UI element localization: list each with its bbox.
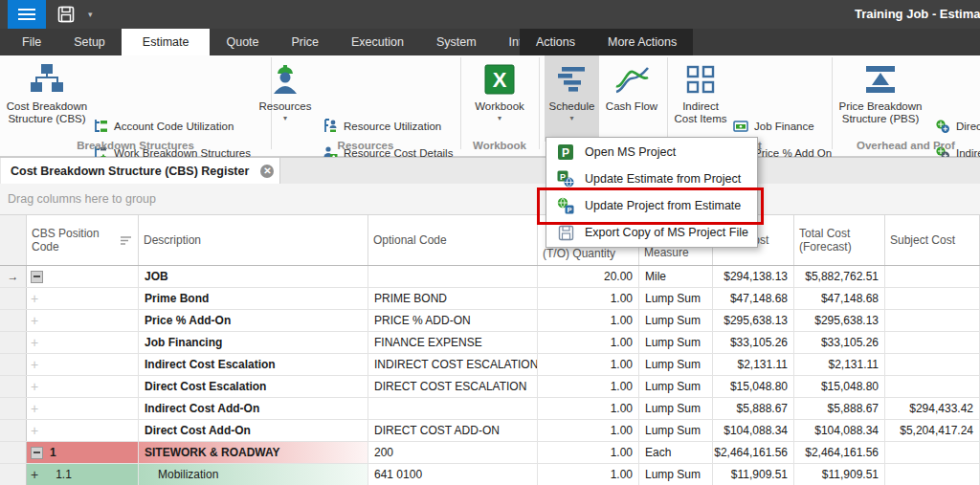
- grid-cell[interactable]: Direct Cost Escalation: [139, 376, 368, 397]
- grid-cell[interactable]: Each: [639, 442, 713, 463]
- grid-cell[interactable]: Indirect Cost Escalation: [139, 354, 368, 375]
- grid-cell[interactable]: $15,048.80: [794, 376, 885, 397]
- grid-cell[interactable]: [368, 398, 538, 419]
- grid-cell[interactable]: Job Financing: [139, 332, 368, 353]
- grid-cell[interactable]: [368, 266, 538, 287]
- grid-cell[interactable]: Price % Add-On: [139, 310, 368, 331]
- grid-cell[interactable]: $295,638.13: [794, 310, 885, 331]
- grid-cell[interactable]: 20.00: [538, 266, 639, 287]
- schedule-button[interactable]: Schedule ▾: [545, 55, 599, 142]
- grid-cell[interactable]: 641 0100: [368, 464, 538, 485]
- grid-cell[interactable]: Lump Sum: [639, 310, 713, 331]
- tab-actions[interactable]: Actions: [520, 29, 591, 55]
- column-header-subject-cost[interactable]: Subject Cost: [885, 215, 980, 265]
- grid-cell[interactable]: +: [27, 376, 139, 397]
- grid-cell[interactable]: $47,148.68: [713, 288, 794, 309]
- grid-cell[interactable]: Mobilization: [139, 464, 368, 485]
- tab-file[interactable]: File: [6, 29, 57, 55]
- grid-cell[interactable]: 1.00: [538, 332, 639, 353]
- hamburger-menu-button[interactable]: [8, 0, 46, 29]
- grid-cell[interactable]: [885, 310, 980, 331]
- menu-item-open-ms-project[interactable]: P Open MS Project: [546, 139, 757, 165]
- grid-cell[interactable]: DIRECT COST ESCALATION: [368, 376, 538, 397]
- grid-cell[interactable]: 1.00: [538, 288, 639, 309]
- grid-cell[interactable]: FINANCE EXPENSE: [368, 332, 538, 353]
- grid-cell[interactable]: $104,088.34: [794, 420, 885, 441]
- expand-icon[interactable]: +: [31, 423, 38, 438]
- grid-cell[interactable]: $295,638.13: [713, 310, 794, 331]
- workbook-button[interactable]: X Workbook ▾: [465, 55, 534, 142]
- grid-cell[interactable]: [885, 464, 980, 485]
- menu-item-update-estimate-from-project[interactable]: P Update Estimate from Project: [546, 165, 757, 192]
- grid-cell[interactable]: $104,088.34: [713, 420, 794, 441]
- grid-cell[interactable]: INDIRECT COST ESCALATION: [368, 354, 538, 375]
- grid-cell[interactable]: +: [27, 288, 139, 309]
- grid-cell[interactable]: $5,888.67: [794, 398, 885, 419]
- collapse-icon[interactable]: [31, 447, 43, 459]
- grid-cell[interactable]: 1: [27, 442, 139, 463]
- direct-button[interactable]: Direct: [935, 116, 980, 137]
- grid-cell[interactable]: PRICE % ADD-ON: [368, 310, 538, 331]
- grid-cell[interactable]: 200: [368, 442, 538, 463]
- tab-close-icon[interactable]: ✕: [260, 165, 274, 178]
- grid-cell[interactable]: 1.00: [538, 376, 639, 397]
- grid-cell[interactable]: $11,909.51: [794, 464, 885, 485]
- grid-cell[interactable]: DIRECT COST ADD-ON: [368, 420, 538, 441]
- grid-cell[interactable]: $2,464,161.56: [713, 442, 794, 463]
- expand-icon[interactable]: +: [31, 335, 38, 350]
- job-finance-button[interactable]: Job Finance: [733, 116, 814, 137]
- grid-cell[interactable]: +1.1: [27, 464, 139, 485]
- expand-icon[interactable]: +: [31, 467, 38, 482]
- tab-execution[interactable]: Execution: [335, 29, 420, 55]
- tab-price[interactable]: Price: [276, 29, 335, 55]
- grid-cell[interactable]: [885, 354, 980, 375]
- tab-system[interactable]: System: [420, 29, 493, 55]
- grid-cell[interactable]: [27, 266, 139, 287]
- group-by-band[interactable]: Drag columns here to group: [0, 184, 980, 215]
- grid-cell[interactable]: 1.00: [538, 464, 639, 485]
- menu-item-export-copy-ms-project[interactable]: Export Copy of MS Project File: [546, 219, 757, 246]
- tab-quote[interactable]: Quote: [210, 29, 275, 55]
- grid-cell[interactable]: [885, 332, 980, 353]
- grid-cell[interactable]: $2,131.11: [794, 354, 885, 375]
- grid-cell[interactable]: $5,882,762.51: [794, 266, 885, 287]
- tab-setup[interactable]: Setup: [57, 29, 122, 55]
- grid-cell[interactable]: JOB: [139, 266, 368, 287]
- grid-cell[interactable]: Mile: [639, 266, 713, 287]
- grid-cell[interactable]: $2,464,161.56: [794, 442, 885, 463]
- column-header-optional-code[interactable]: Optional Code: [368, 215, 538, 265]
- cash-flow-button[interactable]: Cash Flow: [600, 55, 663, 142]
- grid-cell[interactable]: [885, 288, 980, 309]
- sort-icon[interactable]: [120, 235, 133, 246]
- grid-cell[interactable]: 1.00: [538, 420, 639, 441]
- grid-cell[interactable]: 1.00: [538, 354, 639, 375]
- grid-cell[interactable]: Lump Sum: [639, 354, 713, 375]
- grid-cell[interactable]: Lump Sum: [639, 332, 713, 353]
- grid-cell[interactable]: $33,105.26: [713, 332, 794, 353]
- pbs-button[interactable]: Price Breakdown Structure (PBS): [835, 55, 926, 142]
- grid-cell[interactable]: [885, 442, 980, 463]
- collapse-icon[interactable]: [31, 271, 43, 283]
- resources-button[interactable]: Resources ▾: [255, 55, 316, 142]
- tab-more-actions[interactable]: More Actions: [591, 29, 693, 55]
- expand-icon[interactable]: +: [31, 291, 38, 306]
- grid-cell[interactable]: Indirect Cost Add-On: [139, 398, 368, 419]
- grid-cell[interactable]: Prime Bond: [139, 288, 368, 309]
- grid-cell[interactable]: $11,909.51: [713, 464, 794, 485]
- indirect-cost-items-button[interactable]: Indirect Cost Items: [670, 55, 731, 142]
- grid-cell[interactable]: +: [27, 354, 139, 375]
- grid-cell[interactable]: Direct Cost Add-On: [139, 420, 368, 441]
- column-header-cbs-position-code[interactable]: CBS Position Code: [27, 215, 139, 265]
- grid-cell[interactable]: +: [27, 310, 139, 331]
- expand-icon[interactable]: +: [31, 401, 38, 416]
- grid-cell[interactable]: 1.00: [538, 310, 639, 331]
- grid-cell[interactable]: $33,105.26: [794, 332, 885, 353]
- expand-icon[interactable]: +: [31, 313, 38, 328]
- grid-cell[interactable]: +: [27, 332, 139, 353]
- grid-cell[interactable]: +: [27, 420, 139, 441]
- grid-cell[interactable]: +: [27, 398, 139, 419]
- grid-cell[interactable]: Lump Sum: [639, 464, 713, 485]
- grid-cell[interactable]: $294,138.13: [713, 266, 794, 287]
- menu-item-update-project-from-estimate[interactable]: P Update Project from Estimate: [546, 192, 757, 219]
- grid-cell[interactable]: Lump Sum: [639, 288, 713, 309]
